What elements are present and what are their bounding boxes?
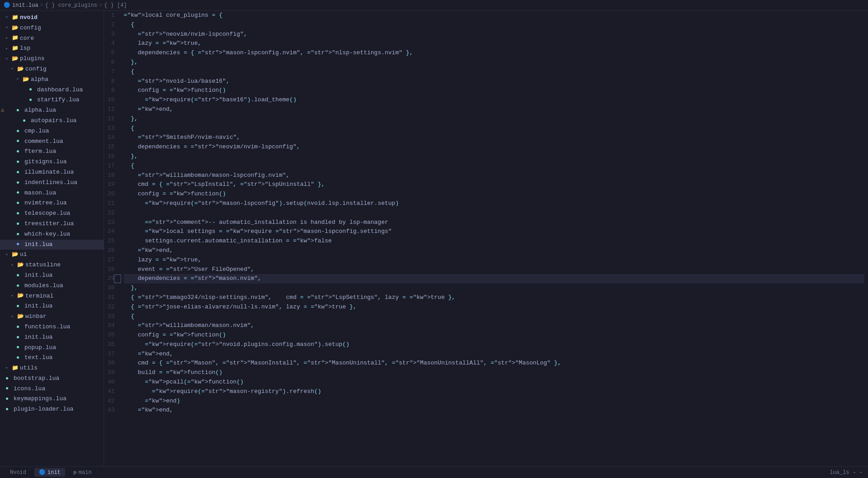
sidebar-item-alpha-dir[interactable]: ▾ 📂 alpha [0, 75, 104, 85]
line-number-18: 18 [108, 171, 115, 180]
line-number-16: 16 [108, 152, 115, 161]
sidebar-item-utils[interactable]: ▸ 📁 utils [0, 363, 104, 374]
sidebar-item-plugins[interactable]: ▾ 📂 plugins [0, 54, 104, 64]
code-line-18: ="str">"williamboman/mason-lspconfig.nvi… [124, 171, 864, 180]
code-line-41: ="kw">require(="str">"mason-registry").r… [124, 387, 864, 397]
breadcrumb-sep2: > [99, 2, 102, 9]
sidebar-item-dashboard[interactable]: ● dashboard.lua [0, 85, 104, 95]
bootstrap-file-icon: ● [5, 374, 14, 383]
sidebar-item-core[interactable]: ▸ 📁 core [0, 33, 104, 44]
line-number-24: 24 [108, 227, 115, 237]
sidebar-item-cmp[interactable]: ● cmp.lua [0, 126, 104, 137]
code-content[interactable]: ="kw">local core_plugins = { { ="str">"n… [120, 11, 868, 466]
plugin-loader-label: plugin-loader.lua [14, 405, 74, 414]
sidebar-root[interactable]: ▾ 📁 nvoid [0, 13, 104, 23]
sidebar-item-modules[interactable]: ● modules.lua [0, 281, 104, 291]
main-tab-icon: ᵽ [73, 469, 77, 476]
status-tab-init[interactable]: 🔵init [34, 468, 65, 477]
init-label: init.lua [24, 240, 52, 250]
sidebar-item-init-lua[interactable]: ● init.lua [0, 240, 104, 250]
line-number-12: 12 [108, 114, 115, 124]
sidebar-item-winbar-init[interactable]: ● init.lua [0, 332, 104, 343]
sidebar-item-alpha-lua[interactable]: ⚠ ● alpha.lua [0, 105, 104, 116]
status-tab-main[interactable]: ᵽmain [69, 468, 96, 477]
line-number-3: 3 [108, 30, 115, 39]
line-number-40: 40 [108, 378, 115, 387]
breadcrumb-section2[interactable]: { } [4] [104, 2, 127, 9]
status-left: Nvoid 🔵init ᵽmain [5, 468, 96, 477]
terminal-arrow: ▾ [11, 293, 17, 300]
telescope-label: telescope.lua [24, 209, 70, 218]
utils-label: utils [20, 364, 38, 373]
sidebar-item-nvimtree[interactable]: ● nvimtree.lua [0, 198, 104, 208]
code-line-5: dependencies = { ="str">"mason-lspconfig… [124, 48, 864, 58]
breadcrumb-section1[interactable]: { } core_plugins [45, 2, 97, 9]
sidebar-item-gitsigns[interactable]: ● gitsigns.lua [0, 157, 104, 167]
line-number-42: 42 [108, 397, 115, 406]
startify-file-icon: ● [29, 96, 37, 104]
sidebar-item-plugins-config[interactable]: ▾ 📂 config [0, 64, 104, 75]
sidebar-item-bootstrap[interactable]: ● bootstrap.lua [0, 374, 104, 384]
line-number-35: 35 [108, 331, 115, 340]
text-file-icon: ● [16, 354, 24, 362]
which-key-file-icon: ● [16, 230, 24, 239]
sidebar-item-treesitter[interactable]: ● treesitter.lua [0, 219, 104, 229]
sidebar-item-terminal-init[interactable]: ● init.lua [0, 301, 104, 312]
code-line-17: { [124, 161, 864, 171]
terminal-folder-icon: 📂 [17, 292, 25, 300]
status-icons: – – [853, 469, 863, 476]
line-number-15: 15 [108, 142, 115, 152]
code-view[interactable]: 1234567891011121314151617181920212223242… [104, 11, 868, 466]
icons-file-icon: ● [5, 384, 14, 393]
lsp-label: lsp [20, 44, 30, 53]
status-tab-nvoid[interactable]: Nvoid [5, 469, 31, 477]
line-number-9: 9 [108, 86, 115, 95]
sidebar-item-config[interactable]: ▾ 📂 config [0, 23, 104, 33]
sidebar-item-which-key[interactable]: ● which-key.lua [0, 229, 104, 240]
breadcrumb-filename[interactable]: init.lua [12, 2, 38, 9]
code-line-43: ="kw">end, [124, 406, 864, 415]
editor-area: 1234567891011121314151617181920212223242… [104, 11, 868, 466]
line-number-36: 36 [108, 340, 115, 350]
sidebar-item-mason[interactable]: ● mason.lua [0, 188, 104, 199]
statusline-init-label: init.lua [24, 271, 52, 280]
sidebar-item-lsp[interactable]: ▸ 📁 lsp [0, 43, 104, 54]
sidebar-item-icons[interactable]: ● icons.lua [0, 384, 104, 394]
sidebar-item-statusline[interactable]: ▾ 📂 statusline [0, 260, 104, 270]
nvoid-tab-label: Nvoid [10, 469, 26, 476]
line-number-32: 32 [108, 303, 115, 312]
sidebar-item-functions[interactable]: ● functions.lua [0, 322, 104, 332]
sidebar-item-autopairs[interactable]: ● autopairs.lua [0, 116, 104, 126]
sidebar-item-startify[interactable]: ● startify.lua [0, 95, 104, 105]
main-layout: ▾ 📁 nvoid ▾ 📂 config ▸ 📁 core ▸ 📁 lsp [0, 11, 868, 466]
sidebar-item-plugin-loader[interactable]: ● plugin-loader.lua [0, 404, 104, 415]
terminal-label: terminal [25, 292, 53, 301]
sidebar-item-indentlines[interactable]: ● indentlines.lua [0, 178, 104, 188]
sidebar-item-ui[interactable]: ▾ 📂 ui [0, 250, 104, 260]
line-number-20: 20 [108, 189, 115, 199]
modules-file-icon: ● [16, 282, 24, 290]
sidebar-item-statusline-init[interactable]: ● init.lua [0, 270, 104, 281]
core-arrow: ▸ [5, 35, 12, 42]
code-line-38: cmd = { ="str">"Mason", ="str">"MasonIns… [124, 359, 864, 368]
statusline-folder-icon: 📂 [17, 261, 25, 270]
sidebar-item-keymappings[interactable]: ● keymappings.lua [0, 394, 104, 404]
telescope-file-icon: ● [16, 209, 24, 218]
init-tab-icon: 🔵 [39, 469, 46, 476]
sidebar-item-text[interactable]: ● text.lua [0, 353, 104, 363]
sidebar-item-fterm[interactable]: ● fterm.lua [0, 147, 104, 157]
sidebar-item-illuminate[interactable]: ● illuminate.lua [0, 167, 104, 178]
sidebar-item-popup[interactable]: ● popup.lua [0, 343, 104, 353]
cmp-label: cmp.lua [24, 127, 49, 136]
plugins-config-label: config [25, 65, 47, 74]
code-line-37: ="kw">end, [124, 350, 864, 359]
keymappings-label: keymappings.lua [14, 394, 66, 404]
sidebar-item-winbar[interactable]: ▾ 📂 winbar [0, 312, 104, 322]
alpha-dir-label: alpha [31, 75, 48, 85]
fterm-file-icon: ● [16, 147, 24, 156]
alpha-warning-icon: ⚠ [1, 106, 5, 115]
code-line-11: ="kw">end, [124, 105, 864, 114]
sidebar-item-telescope[interactable]: ● telescope.lua [0, 208, 104, 219]
sidebar-item-terminal[interactable]: ▾ 📂 terminal [0, 291, 104, 302]
sidebar-item-comment[interactable]: ● comment.lua [0, 137, 104, 147]
